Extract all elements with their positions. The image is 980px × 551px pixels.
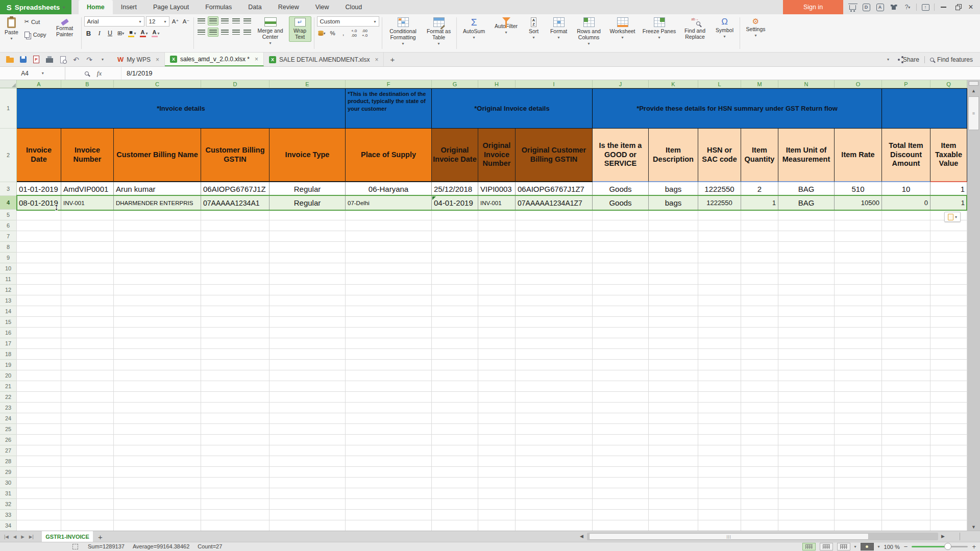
settings-button[interactable]: ⚙ Settings▾ [743, 16, 769, 39]
reading-mode-button[interactable] [861, 543, 874, 550]
formula-input[interactable]: 8/1/2019 [121, 67, 980, 80]
quick-access-dropdown-icon[interactable]: ▾ [98, 55, 107, 64]
row-header-27[interactable]: 27 [0, 445, 17, 456]
row-header-1[interactable]: 1 [0, 88, 17, 129]
export-pdf-icon[interactable]: P [32, 55, 41, 64]
cell-G4[interactable]: 04-01-2019 [432, 196, 478, 210]
column-header-O[interactable]: O [835, 80, 882, 88]
undo-icon[interactable]: ↶ [71, 55, 81, 64]
cell-D3[interactable]: 06AIOPG6767J1Z [201, 182, 270, 196]
row-header-9[interactable]: 9 [0, 253, 17, 263]
cell-M4[interactable]: 1 [741, 196, 778, 210]
row-header-29[interactable]: 29 [0, 467, 17, 478]
increase-indent-button[interactable] [242, 16, 252, 26]
redo-icon[interactable]: ↷ [85, 55, 94, 64]
font-color-button[interactable]: A▾ [139, 29, 149, 38]
new-document-tab-button[interactable]: + [384, 53, 401, 66]
cell-F3[interactable]: 06-Haryana [346, 182, 432, 196]
find-features-button[interactable]: Find features [930, 56, 973, 63]
row-header-11[interactable]: 11 [0, 274, 17, 285]
empty-rows-area[interactable] [17, 210, 967, 531]
menu-tab-home[interactable]: Home [79, 0, 113, 14]
column-header-E[interactable]: E [270, 80, 346, 88]
skin-icon[interactable] [889, 2, 899, 12]
cell-G3[interactable]: 25/12/2018 [432, 182, 478, 196]
cell-B4[interactable]: INV-001 [61, 196, 114, 210]
column-header-A[interactable]: A [17, 80, 61, 88]
font-size-select[interactable]: 12▾ [146, 16, 169, 27]
paste-options-button[interactable]: ▾ [944, 212, 961, 222]
cell-D4[interactable]: 07AAAAA1234A1 [201, 196, 270, 210]
row-header-14[interactable]: 14 [0, 306, 17, 317]
ribbon-collapse-icon[interactable]: ↑ [920, 2, 930, 12]
column-header-F[interactable]: F [346, 80, 432, 88]
freeze-panes-button[interactable]: Freeze Panes▾ [641, 16, 678, 41]
row-header-16[interactable]: 16 [0, 328, 17, 338]
close-tab-icon[interactable]: × [255, 56, 258, 63]
fx-icon[interactable]: fx [97, 69, 102, 78]
sign-in-button[interactable]: Sign in [783, 0, 843, 14]
help-icon[interactable]: ?▾ [902, 2, 913, 12]
align-right-button[interactable] [220, 28, 230, 37]
close-tab-icon[interactable]: × [156, 56, 159, 63]
align-center-button[interactable] [208, 28, 218, 37]
cell-Q4[interactable]: 1 [930, 196, 967, 210]
column-header-P[interactable]: P [882, 80, 930, 88]
share-button[interactable]: Share [898, 56, 919, 63]
paste-button[interactable]: Paste▾ [3, 16, 20, 42]
close-tab-icon[interactable]: × [375, 56, 378, 63]
menu-tab-insert[interactable]: Insert [113, 0, 145, 14]
cell-J3[interactable]: Goods [593, 182, 649, 196]
row-header-4[interactable]: 4 [0, 196, 17, 210]
next-sheet-button[interactable]: ▶ [21, 534, 24, 539]
row-header-23[interactable]: 23 [0, 403, 17, 413]
cell-B3[interactable]: AmdVIP0001 [61, 182, 114, 196]
format-as-table-button[interactable]: Format as Table▾ [424, 16, 454, 47]
app-a-icon[interactable]: A [875, 2, 885, 12]
menu-tab-view[interactable]: View [307, 0, 337, 14]
cell-A3[interactable]: 01-01-2019 [17, 182, 61, 196]
split-handle[interactable] [969, 81, 978, 86]
sort-button[interactable]: AZ Sort▾ [524, 16, 544, 41]
page-layout-view-button[interactable] [837, 543, 850, 550]
align-left-button[interactable] [197, 28, 206, 37]
tab-list-dropdown-icon[interactable]: ▾ [884, 55, 893, 64]
row-header-18[interactable]: 18 [0, 349, 17, 360]
zoom-slider[interactable] [912, 546, 968, 547]
app-logo[interactable]: S Spreadsheets ▾ [0, 0, 71, 14]
row-header-26[interactable]: 26 [0, 435, 17, 445]
autosum-button[interactable]: Σ AutoSum▾ [459, 16, 489, 41]
cell-P4[interactable]: 0 [882, 196, 930, 210]
cell-L3[interactable]: 1222550 [698, 182, 741, 196]
prev-sheet-button[interactable]: ◀ [13, 534, 17, 539]
cell-I3[interactable]: 06AIOPG6767J1Z7 [516, 182, 593, 196]
scroll-up-icon[interactable]: ▲ [967, 88, 980, 93]
row-header-25[interactable]: 25 [0, 424, 17, 435]
column-header-N[interactable]: N [778, 80, 835, 88]
bold-button[interactable]: B [84, 29, 93, 38]
align-top-button[interactable] [197, 16, 206, 26]
italic-button[interactable]: I [95, 29, 104, 38]
print-preview-icon[interactable] [58, 55, 67, 64]
borders-button[interactable]: ⊞▾ [116, 29, 126, 38]
select-all-corner[interactable] [0, 80, 17, 88]
row-header-5[interactable]: 5 [0, 210, 17, 220]
decrease-font-button[interactable]: A⁻ [182, 17, 191, 26]
cut-button[interactable]: ✂Cut [22, 16, 48, 27]
menu-tab-data[interactable]: Data [240, 0, 270, 14]
zoom-slider-thumb[interactable] [944, 543, 951, 550]
document-tab-2[interactable]: XSALE DETAIL AMENDMENT.xlsx× [264, 53, 384, 66]
cell-H4[interactable]: INV-001 [478, 196, 516, 210]
cell-P3[interactable]: 10 [882, 182, 930, 196]
vertical-scroll-thumb[interactable]: ≡ [968, 96, 979, 130]
row-header-33[interactable]: 33 [0, 510, 17, 520]
cell-O4[interactable]: 10500 [835, 196, 882, 210]
cell-M3[interactable]: 2 [741, 182, 778, 196]
currency-button[interactable]: ▾ [317, 29, 327, 38]
horizontal-scroll-thumb[interactable]: ||| [589, 533, 869, 540]
scroll-down-icon[interactable]: ▼ [967, 524, 980, 530]
column-header-M[interactable]: M [741, 80, 778, 88]
zoom-in-button[interactable]: + [972, 543, 976, 550]
row-header-34[interactable]: 34 [0, 520, 17, 531]
close-button[interactable]: × [966, 2, 976, 12]
